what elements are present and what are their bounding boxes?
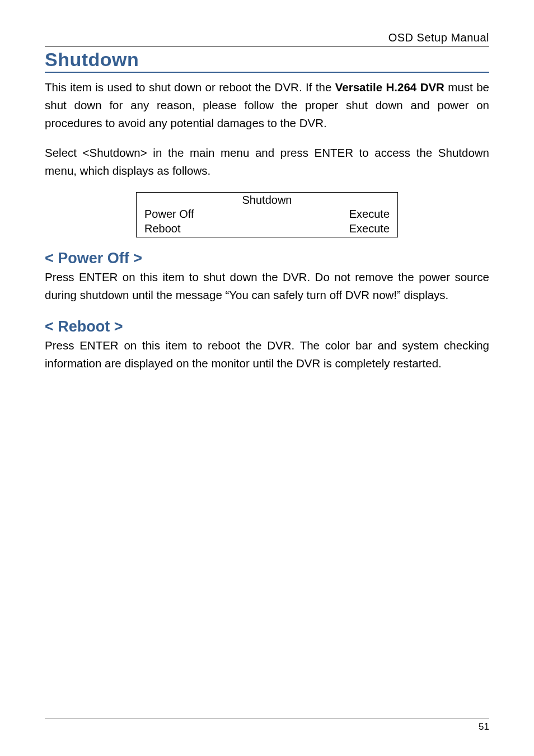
intro1-text-a: This item is used to shut down or reboot… [45, 81, 335, 94]
shutdown-menu-box: Shutdown Power Off Execute Reboot Execut… [136, 192, 398, 237]
subheading-reboot: < Reboot > [45, 318, 489, 335]
reboot-body: Press ENTER on this item to reboot the D… [45, 337, 489, 372]
intro-paragraph-2: Select <Shutdown> in the main menu and p… [45, 144, 489, 180]
header-title: OSD Setup Manual [388, 31, 489, 44]
intro1-bold: Versatile H.264 DVR [335, 81, 444, 94]
menu-value: Execute [349, 221, 390, 236]
subheading-power-off: < Power Off > [45, 250, 489, 267]
intro-paragraph-1: This item is used to shut down or reboot… [45, 78, 489, 132]
page-footer: 51 [45, 718, 489, 732]
menu-label: Power Off [144, 207, 194, 221]
power-off-body: Press ENTER on this item to shut down th… [45, 268, 489, 304]
section-heading-shutdown: Shutdown [45, 49, 489, 73]
menu-value: Execute [349, 207, 390, 221]
menu-label: Reboot [144, 221, 181, 236]
menu-title: Shutdown [137, 193, 397, 207]
page-header: OSD Setup Manual [45, 31, 489, 46]
page-number: 51 [479, 721, 489, 732]
menu-row-power-off: Power Off Execute [137, 207, 397, 221]
menu-row-reboot: Reboot Execute [137, 221, 397, 237]
